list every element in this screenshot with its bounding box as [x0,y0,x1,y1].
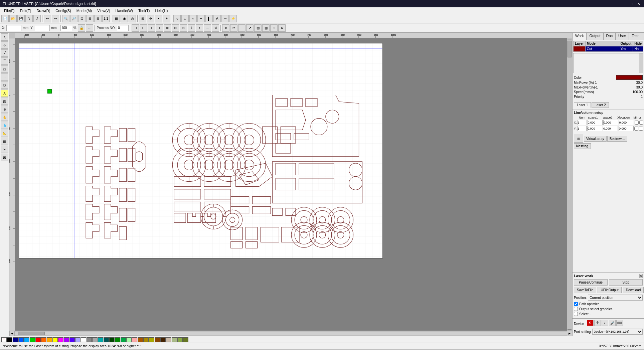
rect-btn[interactable]: □ [181,15,189,22]
align-top-btn[interactable]: ⊤ [148,24,155,32]
palette-violet[interactable] [64,337,69,342]
palette-white[interactable] [81,337,86,342]
layer-row[interactable]: Cut Yes No [574,46,643,52]
vertical-scrollbar[interactable] [567,38,572,331]
node-tool[interactable]: ⊹ [1,41,8,49]
lcs-x-num[interactable] [578,120,587,125]
align-hcenter-btn[interactable]: ⊕ [164,24,171,32]
flip-h-btn[interactable]: ↔ [86,24,93,32]
menu-view[interactable]: View(V) [95,8,113,13]
outline-btn[interactable]: ◎ [129,15,136,22]
laser-btn[interactable]: ⚡ [229,15,237,22]
grid-btn[interactable]: ⊞ [139,15,146,22]
palette-darkbrown[interactable] [160,337,166,342]
lcs-y-space1[interactable] [587,126,602,131]
distrib-h-btn[interactable]: ⇔ [180,24,187,32]
palette-sage[interactable] [172,337,177,342]
measure-tool[interactable]: 📐 [1,130,8,137]
polygon-tool[interactable]: ⬡ [1,81,8,89]
menu-help[interactable]: Help(H) [152,8,170,13]
lcs-x-space1[interactable] [588,120,603,125]
align-vcenter-btn[interactable]: ⊗ [172,24,179,32]
menu-edit[interactable]: Edit(E) [17,8,34,13]
same-h-btn[interactable]: ↔ [204,24,211,32]
view-mode-btn[interactable]: ▦ [113,15,120,22]
flip-v-btn[interactable]: ↕ [270,24,278,32]
lcs-y-space2[interactable] [603,126,618,131]
zoom-100-btn[interactable]: 1:1 [102,15,110,22]
break-btn[interactable]: ⋯ [238,24,246,32]
nesting-btn[interactable]: Nesting [574,143,591,149]
text-tool[interactable]: A [1,90,8,97]
curve-btn[interactable]: ∿ [173,15,181,22]
y-input[interactable] [35,25,50,31]
distrib-v-btn[interactable]: ⇕ [188,24,195,32]
same-size-btn[interactable]: ⇲ [212,24,219,32]
palette-magenta[interactable] [58,337,63,342]
pen-btn[interactable]: ✏ [221,15,229,22]
color-swatch[interactable] [616,75,643,80]
lcs-y-v-check[interactable] [639,127,643,131]
pause-continue-btn[interactable]: Pause/Continue [574,279,608,286]
redo-btn[interactable]: ↪ [52,15,59,22]
palette-yellow[interactable] [52,337,58,342]
extend-btn[interactable]: ↗ [246,24,254,32]
palette-mintgreen[interactable] [126,337,132,342]
lcs-y-xloc[interactable] [619,126,634,131]
canvas-draw[interactable] [15,38,572,331]
menu-draw[interactable]: Draw(D) [34,8,53,13]
zoom-fit-btn[interactable]: ⊡ [78,15,86,22]
polyline-tool[interactable]: ⌒ [1,57,8,65]
save-btn[interactable]: 💾 [17,15,25,22]
palette-beige[interactable] [166,337,171,342]
canvas-main[interactable]: -50 0 50 100 150 200 250 [9,38,572,331]
path-optimize-check[interactable] [574,302,578,306]
hatch-tool[interactable]: ▩ [1,154,8,161]
palette-darkblue[interactable] [13,337,18,342]
ellipse-tool[interactable]: ○ [1,73,8,81]
tab-doc[interactable]: Doc [604,33,616,40]
cross-btn[interactable]: + [163,15,170,22]
palette-teal[interactable] [98,337,103,342]
palette-tan[interactable] [155,337,160,342]
open-btn[interactable]: 📂 [9,15,17,22]
select-check[interactable] [574,312,578,316]
zoom-out-btn[interactable]: 🔎 [70,15,77,22]
palette-seafoam[interactable] [121,337,126,342]
import-btn[interactable]: ⤵ [25,15,33,22]
bestrew-btn[interactable]: Bestrew.... [607,136,628,142]
same-w-btn[interactable]: ↕ [196,24,203,32]
zoom-all-btn[interactable]: ⊟ [94,15,102,22]
palette-brown[interactable] [138,337,143,342]
trim-btn[interactable]: ✂ [230,24,237,32]
virtual-array-btn[interactable]: Virtual array [584,136,607,142]
close-btn[interactable]: ✕ [636,1,641,6]
snap-btn[interactable]: ✛ [147,15,154,22]
barcode-btn[interactable]: ▌ [205,15,213,22]
lcs-y-h-check[interactable] [634,127,638,131]
palette-green[interactable] [30,337,35,342]
menu-file[interactable]: File(F) [1,8,17,13]
palette-army[interactable] [183,337,188,342]
device-icon-zh[interactable]: 中 [594,320,601,326]
zoom-tool[interactable]: ⊕ [1,106,8,113]
palette-gray[interactable] [87,337,92,342]
output-select-check[interactable] [574,307,578,311]
device-icon-dot[interactable]: • [602,320,608,326]
group-btn[interactable]: ▤ [254,24,262,32]
align-bottom-btn[interactable]: ⊥ [156,24,163,32]
tab-output[interactable]: Output [587,33,603,40]
tab-test[interactable]: Test [629,33,641,40]
position-select[interactable]: Current position Absolute origin Machine… [588,295,643,301]
menu-config[interactable]: Config(S) [53,8,73,13]
align-left-btn[interactable]: ⊣ [132,24,139,32]
palette-medgreen[interactable] [115,337,120,342]
download-btn[interactable]: Download [623,287,644,293]
hand-tool[interactable]: ✋ [1,114,8,121]
stop-btn[interactable]: Stop [609,279,643,286]
device-icon-s[interactable]: S [587,320,594,326]
select-tool[interactable]: ↖ [1,33,8,41]
menu-handle[interactable]: Handle(W) [113,8,136,13]
palette-olive[interactable] [143,337,149,342]
device-icon-keyb[interactable]: ⌨ [616,320,623,326]
